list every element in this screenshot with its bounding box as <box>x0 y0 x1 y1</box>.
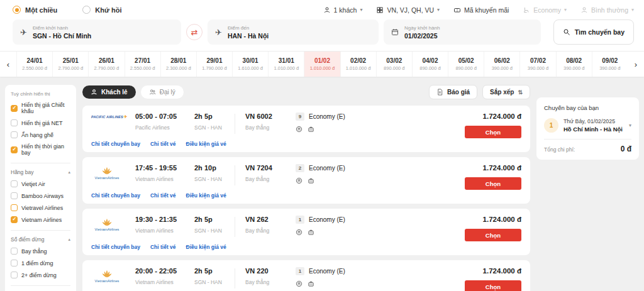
day-price: 890.000 đ <box>419 65 440 71</box>
checkbox-icon <box>11 131 18 138</box>
flight-airline-name: Vietnam Airlines <box>135 176 194 182</box>
tab-agency[interactable]: Đại lý <box>141 85 184 99</box>
flight-detail-link[interactable]: Chi tiết vé <box>150 141 176 147</box>
filter-checkbox-row[interactable]: Ẩn hạng ghế <box>11 131 70 138</box>
flight-duration: 2h 5p <box>194 216 235 223</box>
date-strip-day[interactable]: 07/02 390.000 đ <box>519 52 555 77</box>
search-flights-button[interactable]: Tìm chuyến bay <box>553 19 634 45</box>
date-strip-day[interactable]: 04/02 890.000 đ <box>412 52 448 77</box>
day-price: 390.000 đ <box>599 65 620 71</box>
promo-code-button[interactable]: Mã khuyến mãi <box>453 6 509 14</box>
date-strip-day[interactable]: 28/01 2.300.000 đ <box>160 52 196 77</box>
airline-logo: VietnamAirlines <box>91 269 123 283</box>
date-strip-day[interactable]: 06/02 390.000 đ <box>484 52 519 77</box>
filter-checkbox-row[interactable]: Vietravel Airlines <box>11 204 70 211</box>
flight-detail-link[interactable]: Điều kiện giá vé <box>186 192 226 199</box>
swap-route-button[interactable]: ⇄ <box>186 24 203 40</box>
date-strip-next-button[interactable]: › <box>628 52 644 77</box>
date-strip-day[interactable]: 30/01 1.610.000 đ <box>232 52 268 77</box>
select-flight-button[interactable]: Chọn <box>465 229 521 241</box>
total-cost-label: Tổng chi phí: <box>544 146 575 153</box>
trip-type-roundtrip[interactable]: Khứ hồi <box>82 6 121 14</box>
sort-button[interactable]: Sắp xếp ⇅ <box>482 85 530 99</box>
date-strip-prev-button[interactable]: ‹ <box>0 52 16 77</box>
filter-checkbox-row[interactable]: 2+ điểm dừng <box>11 272 70 278</box>
filter-checkbox-row[interactable]: 1 điểm dừng <box>11 260 70 266</box>
day-price: 1.790.000 đ <box>202 65 227 71</box>
flight-detail-link[interactable]: Điều kiện giá vé <box>186 141 226 147</box>
flight-price: 1.724.000 đ <box>465 113 521 120</box>
ticket-icon <box>453 6 461 14</box>
quote-button[interactable]: Báo giá <box>429 85 477 99</box>
passenger-selector[interactable]: 1 khách ▾ <box>323 6 363 14</box>
flight-route: SGN - HAN <box>194 176 235 182</box>
chevron-up-icon: ▴ <box>68 237 70 242</box>
filter-checkbox-row[interactable]: Hiển thị giá NET <box>11 119 70 126</box>
departure-date-label: Ngày khởi hành <box>404 25 440 31</box>
search-flights-label: Tìm chuyến bay <box>575 28 625 36</box>
flight-detail-link[interactable]: Chi tiết chuyến bay <box>91 244 140 250</box>
selected-leg-row[interactable]: 1 Thứ Bảy, 01/02/2025 Hồ Chí Minh - Hà N… <box>544 118 631 133</box>
departure-date-field[interactable]: Ngày khởi hành 01/02/2025 <box>384 19 541 45</box>
airlines-section-header[interactable]: Hãng bay ▴ <box>11 169 70 175</box>
date-strip-day[interactable]: 05/02 890.000 đ <box>448 52 484 77</box>
day-price: 390.000 đ <box>492 65 513 71</box>
date-strip-day[interactable]: 01/02 1.010.000 đ <box>304 52 340 77</box>
filters-sidebar: Tuỳ chỉnh hiển thị Hiển thị giá Chiết kh… <box>5 85 76 291</box>
date-strip-day[interactable]: 27/01 2.550.000 đ <box>125 52 160 77</box>
date-strip-day[interactable]: 02/02 1.010.000 đ <box>340 52 376 77</box>
filter-checkbox-row[interactable]: Hiển thị giá Chiết khấu <box>11 102 70 114</box>
select-flight-button[interactable]: Chọn <box>465 177 521 190</box>
cabin-class-selector[interactable]: Economy ▾ <box>523 6 567 14</box>
flight-result-card: VietnamAirlines 20:00 - 22:05 Vietnam Ai… <box>82 260 530 291</box>
filter-checkbox-row[interactable]: Hiển thị thời gian bay <box>11 143 70 156</box>
flight-price: 1.724.000 đ <box>465 267 521 275</box>
day-date: 26/01 <box>99 57 114 64</box>
meal-icon <box>296 177 303 184</box>
select-flight-button[interactable]: Chọn <box>465 126 521 138</box>
flight-airline-name: Pacific Airlines <box>135 124 194 131</box>
filter-checkbox-row[interactable]: Bay thẳng <box>11 248 70 255</box>
date-strip-day[interactable]: 08/02 390.000 đ <box>556 52 592 77</box>
leg-number-badge: 1 <box>544 118 558 133</box>
flight-detail-link[interactable]: Chi tiết chuyến bay <box>91 192 140 199</box>
person-icon <box>91 89 97 96</box>
trip-type-oneway[interactable]: Một chiều <box>13 6 57 14</box>
flight-detail-link[interactable]: Chi tiết chuyến bay <box>91 141 140 147</box>
date-strip-day[interactable]: 26/01 2.790.000 đ <box>88 52 124 77</box>
flight-detail-link[interactable]: Chi tiết vé <box>150 244 176 250</box>
day-price: 2.550.000 đ <box>130 65 155 71</box>
filter-checkbox-row[interactable]: Bamboo Airways <box>11 192 70 199</box>
fare-type-selector[interactable]: Bình thường ▾ <box>580 6 634 14</box>
tab-retail-customer[interactable]: Khách lẻ <box>82 85 136 99</box>
origin-field[interactable]: ✈ Điểm khởi hành SGN - Hồ Chí Minh <box>13 19 181 45</box>
destination-label: Điểm đến <box>228 25 269 31</box>
date-strip-day[interactable]: 09/02 390.000 đ <box>592 52 628 77</box>
cabin-class-name: Economy (E) <box>309 268 345 275</box>
people-icon <box>149 89 156 96</box>
date-strip-day[interactable]: 29/01 1.790.000 đ <box>196 52 232 77</box>
date-strip-day[interactable]: 25/01 2.790.000 đ <box>52 52 88 77</box>
select-flight-button[interactable]: Chọn <box>465 280 521 291</box>
flight-number: VN 220 <box>245 267 296 275</box>
airline-codes-selector[interactable]: VN, VJ, QH, VU ▾ <box>376 6 440 14</box>
checkbox-icon <box>11 192 18 199</box>
date-strip-day[interactable]: 31/01 1.010.000 đ <box>268 52 304 77</box>
flight-detail-link[interactable]: Chi tiết vé <box>150 192 176 199</box>
day-price: 1.010.000 đ <box>310 65 335 71</box>
column-divider <box>235 268 235 288</box>
vietnam-airlines-logo: VietnamAirlines <box>91 166 123 180</box>
destination-field[interactable]: ✈ Điểm đến HAN - Hà Nội <box>208 19 379 45</box>
day-date: 29/01 <box>206 57 222 64</box>
chevron-down-icon: ▾ <box>437 7 440 13</box>
date-strip-day[interactable]: 03/02 890.000 đ <box>376 52 412 77</box>
day-date: 30/01 <box>243 57 258 64</box>
flight-detail-link[interactable]: Điều kiện giá vé <box>186 244 226 250</box>
filter-checkbox-row[interactable]: Vietjet Air <box>11 180 70 187</box>
radio-selected-icon <box>13 6 21 14</box>
stops-section-header[interactable]: Số điểm dừng ▴ <box>11 236 70 243</box>
day-price: 1.010.000 đ <box>346 65 371 71</box>
filter-checkbox-row[interactable]: Vietnam Airlines <box>11 216 70 223</box>
day-date: 05/02 <box>458 57 474 64</box>
date-strip-day[interactable]: 24/01 2.550.000 đ <box>16 52 52 77</box>
